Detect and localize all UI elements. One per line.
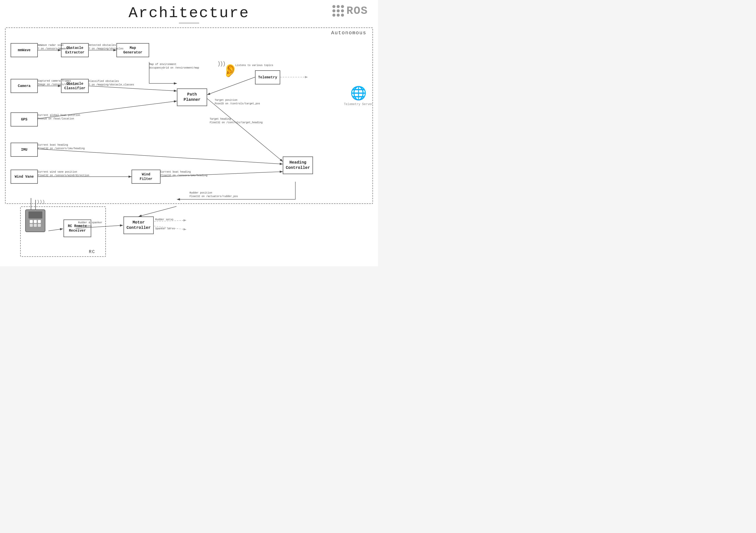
rc-remote-receiver-node: RC RemoteReceiver xyxy=(64,220,91,237)
classifier-planner-label: Classified obstacles ? on /mapping/obsta… xyxy=(89,80,134,87)
rc-btn xyxy=(30,224,33,227)
planner-heading-label: Target heading Float32 on /controls/targ… xyxy=(210,118,262,124)
telemetry-server-label: Telemetry Server xyxy=(344,103,373,106)
ros-logo: ROS xyxy=(332,5,368,17)
telemetry-planner-label: Target position Pose2D on /controls/targ… xyxy=(215,98,260,106)
rc-btn xyxy=(38,224,41,227)
ros-dot xyxy=(332,5,336,8)
main-area: Autonomous xyxy=(5,27,373,264)
gps-node: GPS xyxy=(11,112,38,126)
obstacle-classifier-node: ObstacleClassifier xyxy=(61,79,89,93)
telemetry-server-area: 🌐 Telemetry Server xyxy=(344,85,373,106)
wind-filter-node: Wind Filter xyxy=(132,170,161,184)
obstacle-extractor-node: ObstacleExtractor xyxy=(61,43,89,57)
svg-line-9 xyxy=(38,149,283,164)
rc-remote-art: ))) xyxy=(25,209,45,232)
ros-dot xyxy=(341,13,344,17)
motor-spanker-label: Spanker servo xyxy=(155,227,175,230)
telemetry-node: Telemetry xyxy=(255,70,280,84)
page: { "header": { "title": "Architecture", "… xyxy=(0,0,378,266)
svg-line-7 xyxy=(207,77,255,95)
header: Architecture xyxy=(0,0,378,25)
rc-waves-icon: ))) xyxy=(37,199,45,204)
svg-line-14 xyxy=(48,229,63,231)
rc-box: RC ))) xyxy=(20,206,106,257)
svg-line-18 xyxy=(139,206,176,217)
svg-line-6 xyxy=(38,101,177,119)
rc-buttons-row2 xyxy=(26,224,45,227)
rc-btn xyxy=(38,220,41,223)
camera-node: Camera xyxy=(11,79,38,93)
telemetry-listens-label: Listens to various topics xyxy=(235,64,273,67)
path-planner-node: Path Planner xyxy=(177,89,207,106)
autonomous-label: Autonomous xyxy=(331,30,366,36)
rc-label: RC xyxy=(89,249,95,254)
autonomous-box: Autonomous xyxy=(5,27,373,204)
mmwave-node: mmWave xyxy=(11,43,38,57)
bottom-area: RC ))) xyxy=(5,206,373,264)
rc-btn xyxy=(34,224,37,227)
rc-btn xyxy=(34,220,37,223)
rc-buttons-row xyxy=(26,220,45,223)
heading-motor-label: Rudder position Float32 on /actuators/ru… xyxy=(190,191,238,198)
globe-icon: 🌐 xyxy=(344,85,373,101)
ros-dot xyxy=(341,5,344,8)
gps-planner-label: Current global boat position Pose2D on /… xyxy=(38,114,80,121)
ros-dot xyxy=(337,13,340,17)
windvane-filter-label: Current wind vane position Float32 on /s… xyxy=(38,170,89,177)
motor-rudder-label: Rudder servo xyxy=(155,218,174,222)
ros-dot xyxy=(332,13,336,17)
ros-label: ROS xyxy=(346,5,368,17)
rc-screen xyxy=(28,211,42,219)
ros-dot xyxy=(337,5,340,8)
ros-dot xyxy=(341,9,344,13)
map-generator-node: Map Generator xyxy=(117,43,149,57)
page-title: Architecture xyxy=(0,5,378,22)
antenna2 xyxy=(35,200,36,209)
rc-body xyxy=(25,209,45,232)
ros-dot xyxy=(332,9,336,13)
filter-heading-label: Current boat heading Float32 on /sensors… xyxy=(161,170,207,177)
map-planner-label: Map of environment OccupancyGrid on /env… xyxy=(149,63,199,70)
title-underline xyxy=(179,23,199,23)
imu-node: IMU xyxy=(11,143,38,157)
motor-controller-node: MotorController xyxy=(123,217,154,234)
svg-line-19 xyxy=(154,220,186,222)
sound-waves-icon: ))) xyxy=(217,61,225,67)
ros-dot xyxy=(337,9,340,13)
svg-line-5 xyxy=(89,86,177,91)
ros-dots-grid xyxy=(332,5,344,17)
imu-heading-label: Current boat heading Float32 on /sensors… xyxy=(38,144,85,150)
svg-line-11 xyxy=(161,172,283,177)
arrows-svg xyxy=(6,28,372,203)
svg-line-8 xyxy=(207,98,283,162)
wind-vane-node: Wind Vane xyxy=(11,170,38,184)
heading-controller-node: HeadingController xyxy=(283,156,313,174)
antenna1 xyxy=(31,198,31,209)
svg-line-20 xyxy=(154,226,186,229)
rc-btn xyxy=(30,220,33,223)
